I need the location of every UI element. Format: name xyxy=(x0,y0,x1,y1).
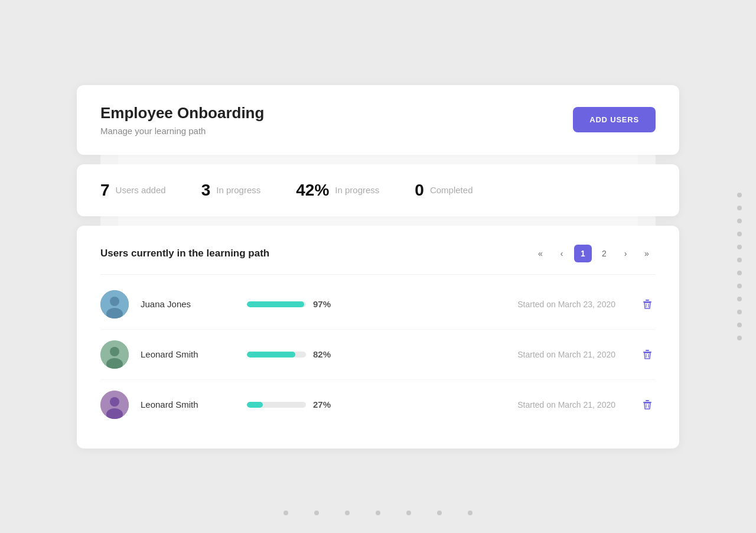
dot xyxy=(737,310,742,314)
delete-button[interactable] xyxy=(639,296,656,313)
avatar-image xyxy=(100,391,129,419)
progress-percent: 82% xyxy=(313,349,337,359)
dot xyxy=(737,258,742,262)
avatar xyxy=(100,290,129,318)
dot xyxy=(737,323,742,327)
stat-label-users-added: Users added xyxy=(116,185,166,195)
started-date: Started on March 23, 2020 xyxy=(437,300,627,309)
dot xyxy=(737,193,742,197)
progress-container: 82% xyxy=(247,349,425,359)
user-row: Juana Jones 97% Started on March 23, 202… xyxy=(100,280,656,330)
dot xyxy=(737,206,742,210)
started-date: Started on March 21, 2020 xyxy=(437,400,627,410)
pagination-first[interactable]: « xyxy=(532,245,549,262)
page-subtitle: Manage your learning path xyxy=(100,126,264,136)
user-name: Leonard Smith xyxy=(141,399,235,410)
stat-value-completed: 0 xyxy=(415,181,424,200)
stat-progress-pct: 42% In progress xyxy=(296,181,379,200)
svg-rect-18 xyxy=(646,400,649,401)
pagination-page-1[interactable]: 1 xyxy=(574,245,592,262)
page-title: Employee Onboarding xyxy=(100,104,264,122)
stat-value-users-added: 7 xyxy=(100,181,110,200)
users-card-header: Users currently in the learning path « ‹… xyxy=(100,245,656,262)
svg-rect-11 xyxy=(646,350,649,351)
user-row: Leonard Smith 82% Started on March 21, 2… xyxy=(100,330,656,380)
dot xyxy=(437,511,442,515)
dot xyxy=(468,511,472,515)
avatar xyxy=(100,391,129,419)
progress-percent: 97% xyxy=(313,299,337,309)
pagination-last[interactable]: » xyxy=(638,245,656,262)
stat-label-completed: Completed xyxy=(430,185,473,195)
delete-button[interactable] xyxy=(639,346,656,363)
user-name: Leonard Smith xyxy=(141,349,235,359)
dot xyxy=(345,511,350,515)
users-section-title: Users currently in the learning path xyxy=(100,248,269,259)
avatar-image xyxy=(100,290,129,318)
progress-bar-fill xyxy=(247,352,295,358)
stat-users-added: 7 Users added xyxy=(100,181,166,200)
dot xyxy=(284,511,288,515)
delete-button[interactable] xyxy=(639,396,656,413)
svg-point-8 xyxy=(110,347,119,356)
progress-container: 27% xyxy=(247,399,425,410)
progress-bar-fill xyxy=(247,301,304,307)
progress-bar-bg xyxy=(247,352,306,358)
stat-label-progress-pct: In progress xyxy=(335,185,379,195)
dot xyxy=(376,511,380,515)
progress-bar-bg xyxy=(247,301,306,307)
dot xyxy=(737,336,742,340)
add-users-button[interactable]: ADD USERS xyxy=(573,107,656,132)
stat-in-progress: 3 In progress xyxy=(201,181,261,200)
avatar-image xyxy=(100,340,129,369)
avatar xyxy=(100,340,129,369)
stat-label-in-progress: In progress xyxy=(216,185,260,195)
progress-bar-fill xyxy=(247,402,263,408)
dot xyxy=(737,284,742,288)
dot xyxy=(406,511,411,515)
stat-completed: 0 Completed xyxy=(415,181,472,200)
svg-point-1 xyxy=(110,297,119,306)
dot xyxy=(737,297,742,301)
header-text: Employee Onboarding Manage your learning… xyxy=(100,104,264,136)
dot xyxy=(737,245,742,249)
stat-value-progress-pct: 42% xyxy=(296,181,329,200)
divider xyxy=(100,274,656,275)
started-date: Started on March 21, 2020 xyxy=(437,350,627,359)
pagination: « ‹ 1 2 › » xyxy=(532,245,656,262)
header-card: Employee Onboarding Manage your learning… xyxy=(77,85,679,155)
user-name: Juana Jones xyxy=(141,299,235,309)
progress-bar-bg xyxy=(247,402,306,408)
pagination-prev[interactable]: ‹ xyxy=(553,245,571,262)
progress-percent: 27% xyxy=(313,399,337,410)
page-wrapper: Employee Onboarding Manage your learning… xyxy=(0,0,756,533)
stats-card: 7 Users added 3 In progress 42% In progr… xyxy=(77,164,679,216)
progress-container: 97% xyxy=(247,299,425,309)
dot xyxy=(314,511,319,515)
stat-value-in-progress: 3 xyxy=(201,181,211,200)
svg-rect-4 xyxy=(646,300,649,301)
dot xyxy=(737,271,742,275)
dot xyxy=(737,219,742,223)
pagination-next[interactable]: › xyxy=(617,245,634,262)
dot xyxy=(737,232,742,236)
user-row: Leonard Smith 27% Started on March 21, 2… xyxy=(100,380,656,430)
users-card: Users currently in the learning path « ‹… xyxy=(77,226,679,448)
right-dots xyxy=(737,193,742,340)
pagination-page-2[interactable]: 2 xyxy=(595,245,613,262)
svg-point-15 xyxy=(110,397,119,407)
content-stack: Employee Onboarding Manage your learning… xyxy=(77,85,679,448)
bottom-dots xyxy=(284,511,472,515)
